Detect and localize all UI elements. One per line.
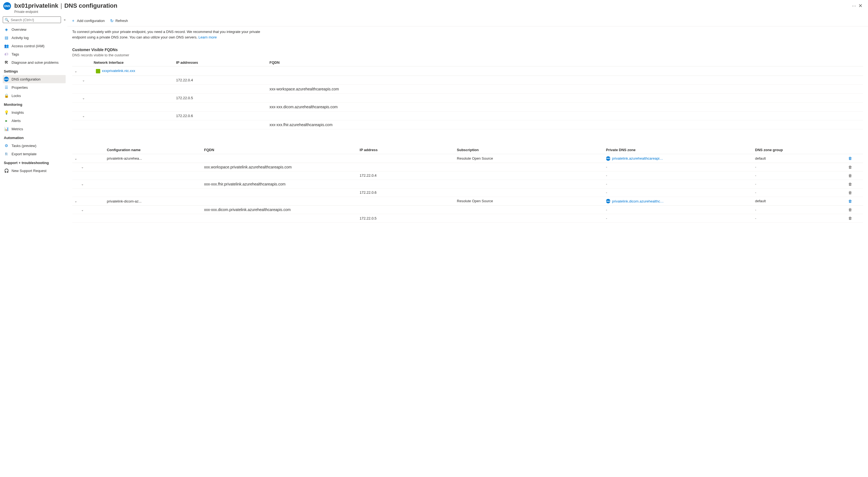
fqdn-cell: xxx.workspace.privatelink.azurehealthcar… bbox=[202, 163, 455, 171]
chevron-down-icon[interactable]: ⌄ bbox=[81, 208, 84, 212]
sidebar-item-iam[interactable]: 👥Access control (IAM) bbox=[3, 42, 66, 50]
delete-icon[interactable]: 🗑 bbox=[848, 173, 852, 178]
ip-cell: 172.22.0.5 bbox=[358, 214, 455, 222]
col-header-nic: Network Interface bbox=[91, 59, 174, 66]
sidebar-item-locks[interactable]: 🔒Locks bbox=[3, 91, 66, 100]
zone-group-cell: default bbox=[753, 154, 837, 163]
fqdn-subrow: xxx-xxx.fhir.azurehealthcareapis.com bbox=[72, 120, 863, 129]
subscription-cell: Resolute Open Source bbox=[455, 197, 604, 206]
config-group-row[interactable]: ⌄privatelink-azurehea...Resolute Open So… bbox=[72, 154, 863, 163]
tasks-icon: ⚙ bbox=[4, 143, 9, 148]
delete-icon[interactable]: 🗑 bbox=[848, 190, 852, 195]
sidebar-item-tasks[interactable]: ⚙Tasks (preview) bbox=[3, 142, 66, 150]
chevron-down-icon[interactable]: ⌄ bbox=[74, 157, 77, 160]
chevron-down-icon[interactable]: ⌄ bbox=[82, 78, 85, 82]
dns-zone-icon: DNS bbox=[606, 156, 610, 161]
dash-cell: - bbox=[606, 216, 607, 220]
insights-icon: 💡 bbox=[4, 110, 9, 115]
search-input[interactable] bbox=[11, 18, 59, 22]
sidebar-item-activity-log[interactable]: ▤Activity log bbox=[3, 33, 66, 42]
configurations-table: Configuration name FQDN IP address Subsc… bbox=[72, 146, 863, 222]
iam-icon: 👥 bbox=[4, 43, 9, 48]
col-header-group: DNS zone group bbox=[753, 146, 837, 154]
learn-more-link[interactable]: Learn more bbox=[198, 35, 217, 39]
col-header-fqdn: FQDN bbox=[267, 59, 863, 66]
delete-icon[interactable]: 🗑 bbox=[848, 199, 852, 203]
config-name: privatelink-dicom-az... bbox=[107, 199, 142, 203]
chevron-down-icon[interactable]: ⌄ bbox=[74, 199, 77, 203]
dash-cell: - bbox=[755, 190, 756, 195]
dns-zone-link[interactable]: privatelink.dicom.azurehealthcarea... bbox=[612, 199, 664, 203]
add-configuration-button[interactable]: ＋Add configuration bbox=[71, 18, 105, 23]
sidebar-item-alerts[interactable]: ▸Alerts bbox=[3, 117, 66, 125]
dash-cell: - bbox=[755, 173, 756, 178]
chevron-down-icon[interactable]: ⌄ bbox=[81, 182, 84, 186]
dash-cell: - bbox=[755, 216, 756, 220]
overview-icon: ◈ bbox=[4, 27, 9, 32]
dash-cell: - bbox=[755, 182, 756, 186]
dash-cell: - bbox=[606, 208, 607, 212]
fqdn-cell: xxx-xxx.dicom.privatelink.azurehealthcar… bbox=[202, 206, 455, 214]
refresh-icon: ↻ bbox=[110, 19, 114, 23]
chevron-down-icon[interactable]: ⌄ bbox=[82, 96, 85, 100]
delete-icon[interactable]: 🗑 bbox=[848, 165, 852, 169]
page-subtitle: Private endpoint bbox=[14, 10, 848, 14]
search-box[interactable]: 🔍 bbox=[3, 17, 61, 23]
chevron-down-icon[interactable]: ⌄ bbox=[82, 114, 85, 118]
delete-icon[interactable]: 🗑 bbox=[848, 216, 852, 220]
sidebar-item-new-support-request[interactable]: 🎧New Support Request bbox=[3, 167, 66, 175]
sidebar-item-overview[interactable]: ◈Overview bbox=[3, 25, 66, 33]
sidebar-section-settings: Settings bbox=[3, 66, 67, 75]
close-button[interactable]: ✕ bbox=[856, 2, 865, 9]
more-actions-button[interactable]: ⋯ bbox=[852, 2, 856, 10]
dash-cell: - bbox=[755, 208, 756, 212]
fqdn-cell: xxx-xxx.fhir.privatelink.azurehealthcare… bbox=[202, 180, 455, 188]
properties-icon: ☰ bbox=[4, 85, 9, 90]
sidebar: 🔍 « ◈Overview ▤Activity log 👥Access cont… bbox=[0, 16, 67, 477]
chevron-down-icon[interactable]: ⌄ bbox=[74, 69, 77, 73]
fqdns-section-title: Customer Visible FQDNs bbox=[72, 48, 863, 52]
ip-cell: 172.22.0.6 bbox=[358, 188, 455, 197]
locks-icon: 🔒 bbox=[4, 93, 9, 98]
search-icon: 🔍 bbox=[5, 18, 9, 22]
config-row: ⌄xxx.workspace.privatelink.azurehealthca… bbox=[72, 163, 863, 171]
activity-log-icon: ▤ bbox=[4, 35, 9, 40]
fqdns-section-subtitle: DNS records visible to the customer bbox=[72, 53, 863, 57]
support-icon: 🎧 bbox=[4, 168, 9, 173]
nic-link[interactable]: xxxprivatelink.nic.xxx bbox=[102, 69, 135, 73]
refresh-button[interactable]: ↻Refresh bbox=[110, 19, 128, 23]
delete-icon[interactable]: 🗑 bbox=[848, 156, 852, 160]
config-name: privatelink-azurehea... bbox=[107, 156, 142, 160]
subscription-cell: Resolute Open Source bbox=[455, 154, 604, 163]
page-header: DNS bx01privatelink | DNS configuration … bbox=[0, 0, 868, 16]
dash-cell: - bbox=[606, 173, 607, 178]
sidebar-item-diagnose[interactable]: 🛠Diagnose and solve problems bbox=[3, 58, 66, 66]
sidebar-item-tags[interactable]: 🏷Tags bbox=[3, 50, 66, 58]
page-title: bx01privatelink | DNS configuration bbox=[14, 2, 848, 9]
zone-group-cell: default bbox=[753, 197, 837, 206]
chevron-down-icon[interactable]: ⌄ bbox=[81, 165, 84, 169]
fqdn-row: ⌄ 172.22.0.4 bbox=[72, 76, 863, 84]
sidebar-item-properties[interactable]: ☰Properties bbox=[3, 83, 66, 91]
delete-icon[interactable]: 🗑 bbox=[848, 207, 852, 212]
config-row: 172.22.0.4--🗑 bbox=[72, 171, 863, 180]
toolbar: ＋Add configuration ↻Refresh bbox=[67, 16, 868, 26]
dash-cell: - bbox=[606, 165, 607, 169]
delete-icon[interactable]: 🗑 bbox=[848, 182, 852, 186]
export-icon: ⎘ bbox=[4, 151, 9, 156]
config-group-row[interactable]: ⌄privatelink-dicom-az...Resolute Open So… bbox=[72, 197, 863, 206]
collapse-sidebar-button[interactable]: « bbox=[64, 18, 66, 22]
dns-zone-link[interactable]: privatelink.azurehealthcareapis.com bbox=[612, 156, 664, 160]
diagnose-icon: 🛠 bbox=[4, 60, 9, 65]
dash-cell: - bbox=[606, 182, 607, 186]
sidebar-section-monitoring: Monitoring bbox=[3, 100, 67, 108]
tags-icon: 🏷 bbox=[4, 52, 9, 57]
sidebar-item-dns-configuration[interactable]: DNSDNS configuration bbox=[3, 75, 66, 83]
sidebar-item-export-template[interactable]: ⎘Export template bbox=[3, 150, 66, 158]
col-header-fqdn: FQDN bbox=[202, 146, 358, 154]
sidebar-section-support: Support + troubleshooting bbox=[3, 158, 67, 167]
sidebar-item-insights[interactable]: 💡Insights bbox=[3, 108, 66, 117]
sidebar-item-metrics[interactable]: 📊Metrics bbox=[3, 125, 66, 133]
alerts-icon: ▸ bbox=[4, 118, 9, 123]
nic-group-row[interactable]: ⌄ xxxprivatelink.nic.xxx bbox=[72, 66, 863, 76]
